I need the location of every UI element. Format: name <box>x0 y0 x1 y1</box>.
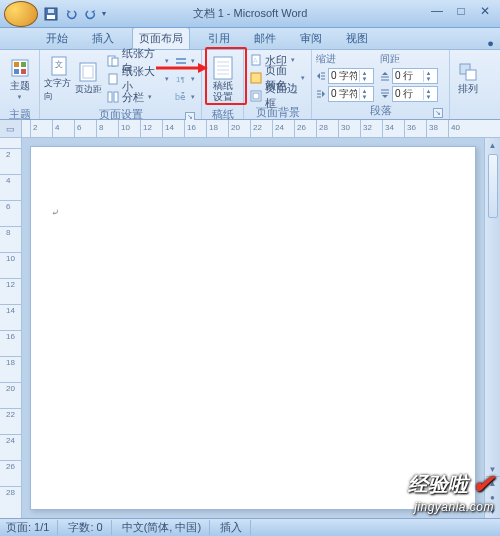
indent-right-field[interactable]: ▲▼ <box>328 86 374 102</box>
scroll-up-button[interactable]: ▲ <box>486 138 500 152</box>
minimize-button[interactable]: — <box>426 3 448 19</box>
status-bar: 页面: 1/1 字数: 0 中文(简体, 中国) 插入 <box>0 518 500 536</box>
tab-view[interactable]: 视图 <box>340 28 374 49</box>
columns-button[interactable]: 分栏▾ <box>105 89 171 105</box>
work-area: 246810121416182022242628 ⤶ ▲ ▼ ▲ ● ▼ <box>0 138 500 518</box>
line-numbers-button[interactable]: 1¶▾ <box>173 71 197 87</box>
page-color-icon <box>250 72 262 84</box>
line-numbers-icon: 1¶ <box>175 73 187 85</box>
document-page[interactable]: ⤶ <box>30 146 476 510</box>
vruler-tick: 24 <box>0 434 21 435</box>
tab-references[interactable]: 引用 <box>202 28 236 49</box>
svg-rect-1 <box>47 15 55 19</box>
ruler-tick: 24 <box>272 120 273 137</box>
ruler-tick: 38 <box>426 120 427 137</box>
ribbon: 主题 ▼ 主题 文 文字方向 页边距 纸张方向▾ <box>0 50 500 120</box>
vruler-tick: 12 <box>0 278 21 279</box>
group-page-background: A 水印▾ 页面颜色▾ 页面边框 页面背景 <box>244 50 312 119</box>
ruler-tick: 4 <box>52 120 53 137</box>
manuscript-icon <box>212 56 234 80</box>
group-paragraph-label: 段落 ↘ <box>316 102 445 120</box>
status-language[interactable]: 中文(简体, 中国) <box>122 520 210 535</box>
ruler-tick: 8 <box>96 120 97 137</box>
hyphenation-button[interactable]: bễ▾ <box>173 89 197 105</box>
ruler-tick: 14 <box>162 120 163 137</box>
paragraph-launcher[interactable]: ↘ <box>433 108 443 118</box>
spin-down-icon[interactable]: ▼ <box>359 94 369 100</box>
paper-size-button[interactable]: 纸张大小▾ <box>105 71 171 87</box>
restore-button[interactable]: □ <box>450 3 472 19</box>
breaks-icon <box>175 55 187 67</box>
manuscript-label-1: 稿纸 <box>213 81 233 91</box>
arrange-button[interactable]: 排列 <box>454 52 482 106</box>
tab-mailings[interactable]: 邮件 <box>248 28 282 49</box>
spacing-after-icon <box>380 89 390 99</box>
ruler-tick: 16 <box>184 120 185 137</box>
spacing-before-field[interactable]: ▲▼ <box>392 68 438 84</box>
scroll-thumb[interactable] <box>488 154 498 218</box>
spacing-before-input[interactable] <box>393 71 423 82</box>
spin-down-icon[interactable]: ▼ <box>423 94 433 100</box>
save-icon[interactable] <box>42 5 60 23</box>
status-insert-mode[interactable]: 插入 <box>220 520 251 535</box>
vruler-tick: 22 <box>0 408 21 409</box>
tab-home[interactable]: 开始 <box>40 28 74 49</box>
svg-rect-21 <box>214 57 232 79</box>
spacing-after-field[interactable]: ▲▼ <box>392 86 438 102</box>
tab-insert[interactable]: 插入 <box>86 28 120 49</box>
manuscript-settings-button[interactable]: 稿纸 设置 <box>206 52 239 106</box>
vruler-tick: 18 <box>0 356 21 357</box>
vruler-tick: 4 <box>0 174 21 175</box>
status-word-count[interactable]: 字数: 0 <box>68 520 111 535</box>
spin-down-icon[interactable]: ▼ <box>359 76 369 82</box>
svg-rect-13 <box>112 58 118 66</box>
vruler-tick: 14 <box>0 304 21 305</box>
margins-button[interactable]: 页边距 <box>74 52 104 106</box>
themes-button[interactable]: 主题 ▼ <box>4 52 35 106</box>
ruler-tick: 6 <box>74 120 75 137</box>
ruler-tick: 34 <box>382 120 383 137</box>
help-icon[interactable]: ● <box>487 37 494 49</box>
checkmark-icon: ✔ <box>472 469 494 500</box>
svg-text:文: 文 <box>55 60 63 69</box>
ribbon-tabs: 开始 插入 页面布局 引用 邮件 审阅 视图 ● <box>0 28 500 50</box>
orientation-icon <box>107 55 119 67</box>
group-page-setup: 文 文字方向 页边距 纸张方向▾ 纸张大小▾ 分栏▾ <box>40 50 202 119</box>
ruler-tick: 26 <box>294 120 295 137</box>
page-border-button[interactable]: 页面边框 <box>248 88 307 104</box>
ruler-tick: 40 <box>448 120 449 137</box>
indent-left-icon <box>316 71 326 81</box>
breaks-button[interactable]: ▾ <box>173 53 197 69</box>
group-manuscript: 稿纸 设置 稿纸 <box>202 50 244 119</box>
undo-icon[interactable] <box>62 5 80 23</box>
ruler-tick: 20 <box>228 120 229 137</box>
vruler-tick: 8 <box>0 226 21 227</box>
close-button[interactable]: ✕ <box>474 3 496 19</box>
vruler-tick: 10 <box>0 252 21 253</box>
indent-right-input[interactable] <box>329 89 359 100</box>
qat-customize-icon[interactable]: ▾ <box>102 9 110 18</box>
indent-left-field[interactable]: ▲▼ <box>328 68 374 84</box>
vertical-scrollbar[interactable]: ▲ ▼ ▲ ● ▼ <box>484 138 500 518</box>
ruler-tick: 2 <box>30 120 31 137</box>
office-button[interactable] <box>4 1 38 27</box>
indent-right-icon <box>316 89 326 99</box>
spacing-header: 间距 <box>380 52 438 66</box>
spin-down-icon[interactable]: ▼ <box>423 76 433 82</box>
text-direction-button[interactable]: 文 文字方向 <box>44 52 74 106</box>
svg-rect-7 <box>21 69 26 74</box>
tab-review[interactable]: 审阅 <box>294 28 328 49</box>
columns-label: 分栏 <box>122 90 144 105</box>
svg-rect-14 <box>109 74 117 84</box>
horizontal-ruler[interactable]: 246810121416182022242628303234363840 <box>22 120 500 137</box>
status-page[interactable]: 页面: 1/1 <box>6 520 58 535</box>
spacing-after-input[interactable] <box>393 89 423 100</box>
redo-icon[interactable] <box>82 5 100 23</box>
vertical-ruler[interactable]: 246810121416182022242628 <box>0 138 22 518</box>
text-cursor: ⤶ <box>51 207 59 218</box>
vruler-tick: 6 <box>0 200 21 201</box>
ruler-tick: 10 <box>118 120 119 137</box>
margins-icon <box>79 62 97 82</box>
indent-left-input[interactable] <box>329 71 359 82</box>
title-bar: ▾ 文档 1 - Microsoft Word — □ ✕ <box>0 0 500 28</box>
